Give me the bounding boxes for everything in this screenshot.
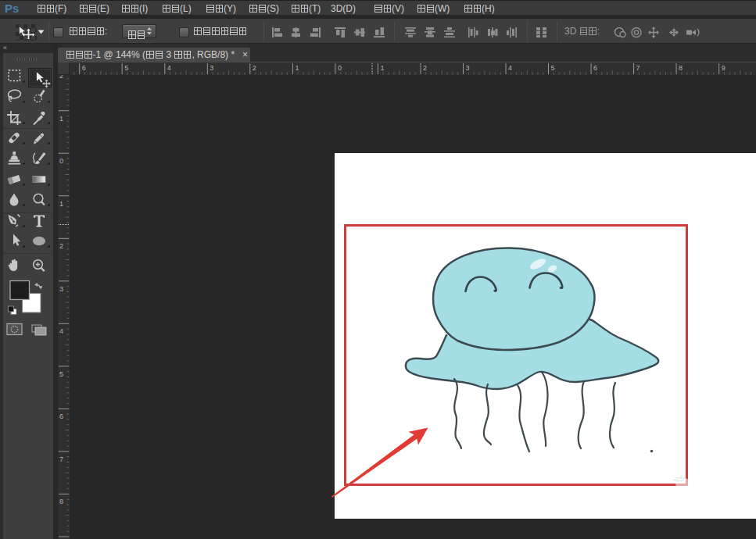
svg-text:2: 2	[59, 75, 63, 80]
svg-text:5: 5	[551, 64, 555, 72]
svg-text:6: 6	[59, 412, 63, 420]
svg-text:8: 8	[679, 64, 683, 72]
svg-text:2: 2	[423, 64, 427, 72]
svg-text:3: 3	[59, 285, 63, 293]
svg-text:0: 0	[59, 157, 63, 165]
svg-text:1: 1	[295, 64, 299, 72]
svg-text:1: 1	[59, 115, 63, 123]
svg-text:3: 3	[210, 64, 213, 72]
svg-text:1: 1	[59, 200, 63, 208]
svg-text:5: 5	[59, 370, 63, 378]
svg-text:7: 7	[59, 455, 63, 463]
svg-text:4: 4	[167, 64, 171, 72]
svg-text:1: 1	[380, 64, 384, 72]
svg-text:5: 5	[124, 64, 128, 72]
svg-text:2: 2	[59, 242, 63, 250]
svg-text:8: 8	[59, 498, 63, 505]
svg-text:0: 0	[338, 64, 342, 72]
svg-text:7: 7	[636, 64, 640, 72]
svg-text:2: 2	[253, 64, 256, 72]
svg-text:6: 6	[82, 64, 86, 72]
svg-text:3: 3	[466, 64, 470, 72]
svg-text:4: 4	[508, 64, 512, 72]
svg-text:6: 6	[593, 64, 597, 72]
svg-text:9: 9	[722, 64, 726, 72]
svg-text:4: 4	[59, 327, 63, 335]
